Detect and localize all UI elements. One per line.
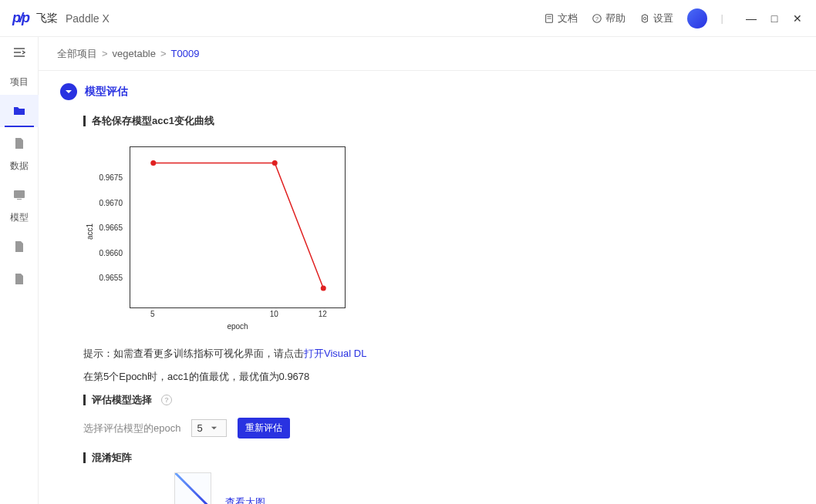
eval-epoch-label: 选择评估模型的epoch bbox=[83, 422, 180, 435]
svg-rect-11 bbox=[17, 199, 22, 200]
chart-xlabel: epoch bbox=[130, 322, 346, 331]
sidebar-item-file2[interactable] bbox=[0, 230, 39, 263]
logo: p/p 飞桨 Paddle X bbox=[12, 10, 110, 26]
sidebar-item-monitor[interactable] bbox=[0, 179, 39, 211]
sidebar-label-data: 数据 bbox=[10, 160, 29, 173]
svg-point-6 bbox=[643, 17, 646, 20]
svg-point-12 bbox=[150, 160, 156, 166]
chevron-down-icon bbox=[64, 87, 73, 96]
docs-link[interactable]: 文档 bbox=[544, 12, 578, 25]
eval-select-title: 评估模型选择 bbox=[92, 393, 152, 407]
minimize-button[interactable]: — bbox=[745, 12, 757, 25]
breadcrumb: 全部项目 > vegetable > T0009 bbox=[39, 37, 816, 71]
divider: | bbox=[721, 12, 723, 24]
gear-icon bbox=[639, 13, 650, 24]
tip-line: 提示：如需查看更多训练指标可视化界面，请点击打开Visual DL bbox=[83, 347, 794, 361]
logo-icon: p/p bbox=[12, 10, 29, 26]
breadcrumb-root[interactable]: 全部项目 bbox=[57, 47, 97, 61]
sidebar: 项目 数据 模型 bbox=[0, 37, 39, 504]
maximize-button[interactable]: □ bbox=[768, 12, 781, 25]
sidebar-item-file1[interactable] bbox=[0, 127, 39, 160]
titlebar: p/p 飞桨 Paddle X 文档 ? 帮助 设置 | — □ ✕ bbox=[0, 0, 816, 37]
doc-icon bbox=[544, 13, 555, 24]
logo-cn: 飞桨 bbox=[36, 12, 58, 25]
collapse-toggle[interactable] bbox=[60, 83, 77, 100]
svg-text:?: ? bbox=[595, 15, 599, 21]
chart-title: 各轮保存模型acc1变化曲线 bbox=[92, 114, 214, 128]
subhead-bar bbox=[83, 395, 86, 405]
view-large-link[interactable]: 查看大图 bbox=[225, 496, 265, 504]
subhead-bar bbox=[83, 452, 86, 463]
chevron-down-icon bbox=[211, 425, 217, 432]
help-tooltip-icon[interactable]: ? bbox=[161, 395, 172, 405]
folder-icon bbox=[12, 104, 26, 118]
avatar[interactable] bbox=[687, 8, 707, 29]
svg-point-14 bbox=[321, 286, 326, 291]
breadcrumb-sep: > bbox=[102, 48, 108, 59]
logo-en: Paddle X bbox=[66, 12, 110, 25]
sidebar-item-folder[interactable] bbox=[0, 95, 39, 127]
settings-link[interactable]: 设置 bbox=[639, 12, 673, 25]
file-icon bbox=[12, 136, 26, 150]
close-button[interactable]: ✕ bbox=[791, 12, 804, 25]
best-value-text: 在第5个Epoch时，acc1的值最优，最优值为0.9678 bbox=[83, 370, 794, 384]
sidebar-toggle-icon[interactable] bbox=[12, 45, 27, 60]
breadcrumb-sep: > bbox=[160, 48, 167, 59]
breadcrumb-task: T0009 bbox=[171, 48, 200, 59]
help-icon: ? bbox=[592, 13, 602, 24]
epoch-select[interactable]: 5 bbox=[191, 419, 227, 437]
confusion-title: 混淆矩阵 bbox=[92, 451, 132, 465]
acc1-chart: 0.96550.96600.96650.96700.9675 51012 acc… bbox=[83, 139, 794, 331]
help-link[interactable]: ? 帮助 bbox=[592, 12, 625, 25]
file-icon bbox=[12, 240, 26, 254]
visual-dl-link[interactable]: 打开Visual DL bbox=[304, 348, 366, 359]
section-title: 模型评估 bbox=[85, 85, 128, 99]
file-icon bbox=[12, 272, 26, 286]
monitor-icon bbox=[12, 188, 26, 202]
subhead-bar bbox=[83, 116, 86, 126]
chart-ylabel: acc1 bbox=[86, 223, 94, 240]
sidebar-label-project: 项目 bbox=[10, 76, 29, 89]
svg-rect-10 bbox=[14, 190, 25, 198]
chart-svg bbox=[130, 147, 346, 309]
svg-point-13 bbox=[272, 160, 278, 166]
reevaluate-button[interactable]: 重新评估 bbox=[238, 418, 290, 438]
sidebar-label-model: 模型 bbox=[10, 211, 29, 224]
sidebar-item-file3[interactable] bbox=[0, 263, 39, 295]
svg-marker-5 bbox=[642, 14, 647, 22]
confusion-matrix-thumb[interactable] bbox=[174, 472, 211, 504]
breadcrumb-project[interactable]: vegetable bbox=[113, 48, 156, 59]
content-scroll[interactable]: 模型评估 各轮保存模型acc1变化曲线 bbox=[39, 71, 816, 504]
